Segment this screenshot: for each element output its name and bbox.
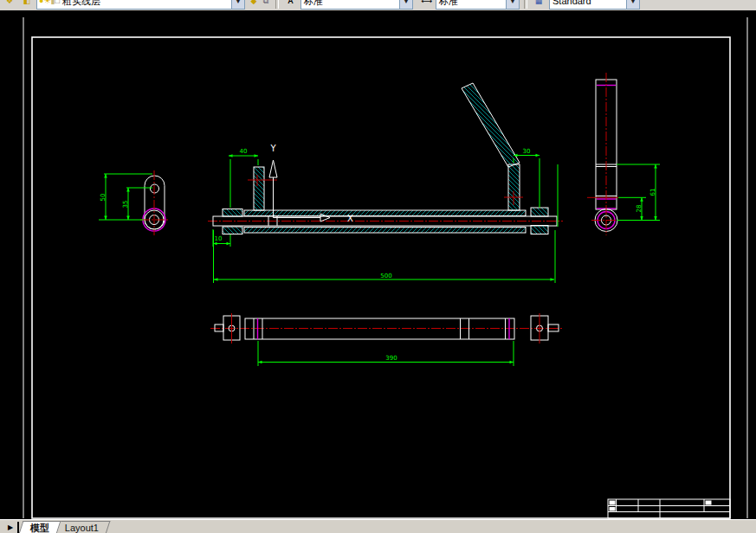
tab-scroll-icon: ▶ [8,523,13,531]
dimension-style-button[interactable]: ⟷ [420,0,434,10]
view-shaft-bottom[interactable]: 390 [210,313,563,366]
layer-previous-icon: ⧉ [263,0,268,5]
layers-manager-button[interactable]: ❖ [2,0,17,10]
dim-label-boss-offset: 28 [636,205,643,213]
layer-previous-button[interactable]: ⧉ [261,0,271,10]
layer-combo-dropdown-arrow[interactable]: ▼ [231,0,244,9]
text-style-dropdown-arrow[interactable]: ▼ [399,0,412,9]
dimension-style-combobox[interactable]: 标准 ▼ [436,0,520,10]
view-left-bracket[interactable]: 50 35 [99,170,168,235]
make-layer-current-icon: ◆ [251,0,257,5]
drawing-canvas[interactable]: 50 35 [0,10,756,519]
ucs-y-label: Y [269,144,276,153]
layout-tab-scroll-button[interactable]: ▶ [3,522,19,533]
dim-label-overall-length: 500 [380,273,391,279]
layer-states-icon: ◧ [23,0,31,5]
title-block[interactable] [608,499,730,518]
dimension-style-value: 标准 [436,0,506,8]
table-style-value: Standard [550,0,626,6]
text-style-combobox[interactable]: 标准 ▼ [300,0,413,10]
tab-layout1-label: Layout1 [65,523,99,533]
table-style-icon: ▦ [535,0,543,5]
dim-label-lever-offset: 30 [523,148,531,155]
dim-label-handle-height: 61 [649,189,656,196]
layer-combobox[interactable]: ● ☀ ▮ □ 粗实线层 ▼ [36,0,245,10]
view-right-handle[interactable]: 61 28 [587,73,660,235]
layer-on-bulb-icon: ● [37,0,43,5]
toolbar-separator-2 [524,0,527,9]
text-style-button[interactable]: A [283,0,298,10]
drawing-svg: 50 35 [0,10,756,519]
dimension-style-icon: ⟷ [422,0,433,5]
tab-layout1[interactable]: Layout1 [54,521,111,533]
dim-label-shaft-length: 390 [385,355,397,362]
table-style-button[interactable]: ▦ [531,0,546,10]
dim-label-flange-offset: 10 [215,235,223,242]
layout-tab-bar: ▶ 模型 Layout1 [0,519,756,533]
autocad-window: ❖ ◧ ● ☀ ▮ □ 粗实线层 ▼ ◆ ⧉ A [0,0,756,533]
dim-label-post-offset: 40 [240,148,248,155]
text-style-icon: A [288,0,294,5]
sheet-frame[interactable] [23,17,747,518]
ucs-x-label: X [347,214,353,223]
dim-label-bracket-hole-offset: 35 [122,201,129,209]
tab-model-label: 模型 [30,522,49,533]
text-style-value: 标准 [301,0,399,8]
table-style-combobox[interactable]: Standard ▼ [549,0,640,10]
table-style-dropdown-arrow[interactable]: ▼ [626,0,639,9]
dimension-style-dropdown-arrow[interactable]: ▼ [506,0,519,9]
layer-states-button[interactable]: ◧ [19,0,35,10]
toolbar-separator [275,0,279,9]
tab-model[interactable]: 模型 [19,521,61,533]
layer-freeze-sun-icon: ☀ [43,0,50,5]
layers-icon: ❖ [6,0,13,5]
dim-label-bracket-height: 50 [100,194,107,202]
make-object-layer-current-button[interactable]: ◆ [249,0,259,10]
layer-combo-value: 粗实线层 [60,0,231,8]
view-main-assembly[interactable]: 40 10 30 500 [208,83,563,283]
